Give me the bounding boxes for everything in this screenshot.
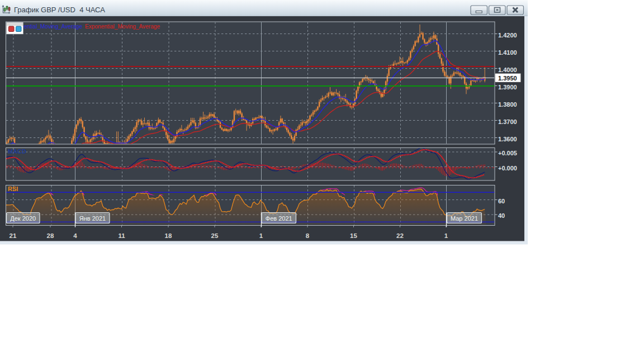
svg-text:60: 60 xyxy=(498,198,505,204)
svg-text:22: 22 xyxy=(396,232,404,239)
svg-text:21: 21 xyxy=(10,232,17,239)
svg-text:15: 15 xyxy=(350,232,357,239)
svg-text:Мар 2021: Мар 2021 xyxy=(451,215,478,222)
svg-text:25: 25 xyxy=(211,232,219,239)
svg-text:Дек 2020: Дек 2020 xyxy=(10,215,36,222)
svg-text:Exponential_Moving_Average: Exponential_Moving_Average xyxy=(85,23,160,30)
svg-text:1.4200: 1.4200 xyxy=(498,32,517,39)
svg-text:1.3700: 1.3700 xyxy=(498,118,517,125)
svg-text:Янв 2021: Янв 2021 xyxy=(79,215,106,222)
svg-text:+0.005: +0.005 xyxy=(498,150,517,156)
svg-text:8: 8 xyxy=(306,232,310,239)
svg-text:1.3900: 1.3900 xyxy=(498,84,517,90)
svg-text:40: 40 xyxy=(498,212,505,219)
svg-text:4: 4 xyxy=(73,232,77,239)
svg-text:11: 11 xyxy=(118,232,125,239)
svg-text:1: 1 xyxy=(259,232,263,239)
svg-text:1.4100: 1.4100 xyxy=(498,49,517,56)
svg-text:MACD: MACD xyxy=(8,148,26,155)
svg-text:Фев 2021: Фев 2021 xyxy=(266,215,292,222)
svg-text:1.3950: 1.3950 xyxy=(498,75,517,82)
svg-text:+0.000: +0.000 xyxy=(498,165,517,172)
svg-text:1: 1 xyxy=(444,232,448,239)
svg-text:RSI: RSI xyxy=(8,185,18,192)
svg-text:28: 28 xyxy=(47,232,54,239)
svg-text:График GBP /USD 4 ЧАСА: График GBP /USD 4 ЧАСА xyxy=(14,6,105,14)
svg-text:1.3600: 1.3600 xyxy=(498,136,517,142)
svg-text:1.4000: 1.4000 xyxy=(498,66,517,73)
svg-text:1.3800: 1.3800 xyxy=(498,101,517,108)
svg-text:18: 18 xyxy=(165,232,172,239)
